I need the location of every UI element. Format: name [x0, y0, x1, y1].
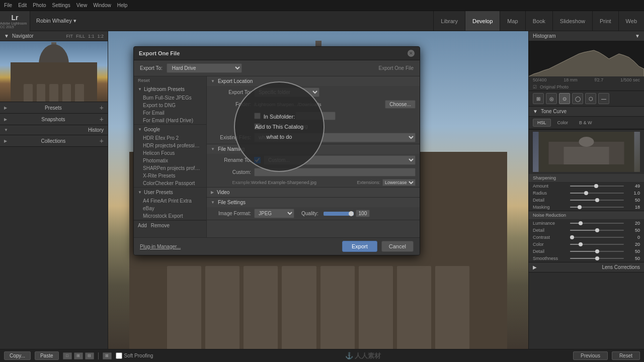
dlg-preset-photomatix[interactable]: Photomatix [134, 157, 206, 164]
paste-button[interactable]: Paste [35, 351, 59, 360]
module-library[interactable]: Library [433, 11, 465, 31]
export-to-select[interactable]: Hard Drive Email CD/DVD [167, 63, 242, 73]
snapshots-add[interactable]: + [100, 116, 104, 123]
dialog-close-button[interactable]: ✕ [408, 50, 415, 57]
os-help[interactable]: Help [117, 3, 128, 8]
dlg-quality-input[interactable] [356, 210, 370, 217]
snapshots-section-header[interactable]: ▶ Snapshots + [0, 114, 108, 125]
os-view[interactable]: View [76, 3, 88, 8]
dlg-preset-ebay[interactable]: eBay [134, 205, 206, 212]
dlg-subfolder-input[interactable] [295, 112, 336, 120]
module-slideshow[interactable]: Slideshow [552, 11, 592, 31]
module-map[interactable]: Map [500, 11, 525, 31]
module-book[interactable]: Book [525, 11, 552, 31]
dlg-file-naming-header[interactable]: ▼ File Naming [207, 144, 420, 154]
sharpening-detail-track[interactable] [570, 200, 624, 201]
tone-curve-header[interactable]: ▼ Tone Curve [529, 107, 644, 117]
sharpening-radius-track[interactable] [570, 193, 624, 194]
view-single-icon[interactable]: □ [63, 352, 72, 359]
dlg-preset-colorchecker[interactable]: ColorChecker Passport [134, 179, 206, 187]
dlg-catalog-checkbox[interactable] [254, 123, 261, 130]
plugin-manager-link[interactable]: Plug-in Manager... [140, 244, 181, 249]
copy-button[interactable]: Copy... [4, 351, 31, 360]
dlg-lr-presets-header[interactable]: ▼ Lightroom Presets [134, 84, 206, 94]
lens-corrections-header[interactable]: ▶ Lens Corrections [529, 262, 644, 273]
tone-tab-color[interactable]: Color [553, 119, 573, 127]
tone-tab-hsl[interactable]: HSL [533, 119, 551, 127]
nr-smoothness-track[interactable] [570, 258, 624, 259]
tool-gradient[interactable]: ◯ [572, 93, 583, 104]
dlg-preset-foremail-hd[interactable]: For Email (Hard Drive) [134, 117, 206, 124]
dlg-subfolder-checkbox[interactable] [254, 113, 261, 119]
presets-add[interactable]: + [100, 104, 104, 111]
sharpening-masking-track[interactable] [570, 207, 624, 208]
dialog-reset-label[interactable]: Reset [138, 78, 150, 83]
tool-healing[interactable]: ◎ [546, 93, 557, 104]
dlg-export-location-select[interactable]: Specific folder [254, 87, 319, 97]
tool-crop[interactable]: ⊞ [533, 93, 544, 104]
module-develop[interactable]: Develop [465, 11, 500, 31]
module-web[interactable]: Web [618, 11, 644, 31]
export-button[interactable]: Export [342, 241, 377, 252]
histogram-header[interactable]: Histogram ▼ [529, 31, 644, 41]
dlg-preset-hdr-efex[interactable]: HDR Efex Pro 2 [134, 134, 206, 142]
dlg-choose-btn[interactable]: Choose... [385, 100, 416, 109]
history-section-header[interactable]: ▼ History [0, 125, 108, 135]
soft-proof-checkbox[interactable] [116, 352, 122, 359]
nr-colordetail-track[interactable] [570, 251, 624, 252]
dlg-preset-hdr-proj[interactable]: HDR projects4 profession... [134, 142, 206, 149]
dlg-user-header[interactable]: ▼ User Presets [134, 188, 206, 197]
os-settings[interactable]: Settings [52, 3, 70, 8]
os-edit[interactable]: Edit [18, 3, 27, 8]
nav-fit[interactable]: FIT [66, 34, 73, 39]
dlg-existing-select[interactable]: what to do Ask what to do Skip Overwrite… [254, 133, 416, 142]
dlg-preset-xrite[interactable]: X-Rite Presets [134, 172, 206, 179]
dlg-preset-a4[interactable]: A4 FineArt Print Extra [134, 197, 206, 205]
nr-color-track[interactable] [570, 244, 624, 245]
sharpening-amount-track[interactable] [570, 186, 624, 187]
dlg-add-btn[interactable]: Add [138, 223, 147, 228]
dlg-file-settings-header[interactable]: ▼ File Settings [207, 198, 420, 207]
dlg-video-header[interactable]: ▶ Video [207, 188, 420, 197]
nav-fill[interactable]: FILL [76, 34, 85, 39]
collections-add[interactable]: + [100, 137, 104, 144]
tool-radial[interactable]: ⬡ [585, 93, 596, 104]
dlg-export-location-header[interactable]: ▼ Export Location [207, 76, 420, 86]
nr-luminance-track[interactable] [570, 223, 624, 224]
dlg-preset-foremail[interactable]: For Email [134, 109, 206, 117]
os-photo[interactable]: Photo [33, 3, 46, 8]
dlg-preset-exportdng[interactable]: Export to DNG [134, 102, 206, 109]
tone-tab-bw[interactable]: B & W [575, 119, 597, 127]
dlg-remove-btn[interactable]: Remove [151, 223, 170, 228]
dlg-extensions-select[interactable]: Lowercase Uppercase [382, 179, 416, 186]
presets-section-header[interactable]: ▶ Presets + [0, 102, 108, 114]
dlg-rename-checkbox[interactable] [254, 157, 261, 163]
noise-reduction-header[interactable]: Noise Reduction [529, 211, 644, 220]
reset-button[interactable]: Reset [612, 351, 640, 360]
os-window[interactable]: Window [93, 3, 111, 8]
nav-1-1[interactable]: 1:1 [88, 34, 95, 39]
view-compare-icon[interactable]: ⊞ [74, 352, 83, 359]
collections-section-header[interactable]: ▶ Collections + [0, 135, 108, 147]
dlg-format-select[interactable]: JPEG TIFF PSD DNG [254, 209, 294, 218]
module-print[interactable]: Print [592, 11, 618, 31]
dlg-preset-helicon[interactable]: Helicon Focus [134, 149, 206, 157]
dlg-preset-microstock[interactable]: Microstock Export [134, 212, 206, 220]
sharpening-header[interactable]: Sharpening [529, 174, 644, 183]
dlg-preset-burnjpeg[interactable]: Burn Full-Size JPEGs [134, 94, 206, 102]
nr-detail-track[interactable] [570, 230, 624, 231]
view-survey-icon[interactable]: ⊟ [85, 352, 94, 359]
dlg-custom-input[interactable] [254, 168, 416, 176]
nav-1-2[interactable]: 1:2 [97, 34, 104, 39]
cancel-button[interactable]: Cancel [381, 241, 414, 252]
dlg-rename-select[interactable]: Custom... [264, 155, 416, 165]
previous-button[interactable]: Previous [573, 351, 608, 360]
dlg-preset-sharpen[interactable]: SHARPen projects profes... [134, 164, 206, 172]
dlg-google-header[interactable]: ▼ Google [134, 125, 206, 134]
os-file[interactable]: File [4, 3, 12, 8]
tool-adjustment[interactable]: — [598, 93, 609, 104]
navigator-header[interactable]: ▼ Navigator FIT FILL 1:1 1:2 [0, 31, 108, 41]
view-zoom-icon[interactable]: ⊠ [103, 352, 112, 359]
nr-contrast-track[interactable] [570, 237, 624, 238]
dlg-quality-slider[interactable] [324, 212, 354, 216]
